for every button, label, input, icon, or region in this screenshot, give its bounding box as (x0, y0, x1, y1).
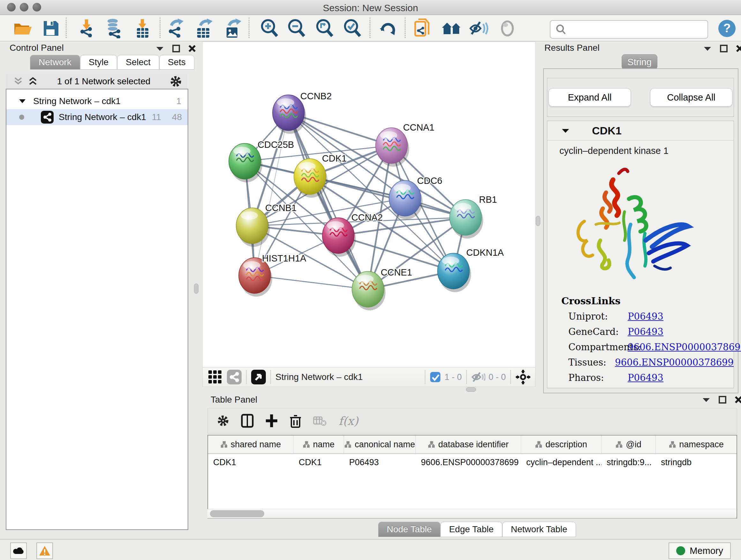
hidden-eye-icon[interactable] (471, 371, 485, 383)
network-node-CDKN1A[interactable] (437, 253, 471, 292)
node-label-CCNA2: CCNA2 (351, 212, 383, 223)
collapse-all-icon[interactable] (13, 77, 23, 86)
column-header-database-identifier[interactable]: database identifier (416, 435, 521, 453)
cloud-button[interactable] (10, 543, 27, 559)
share-session-icon[interactable] (413, 18, 433, 39)
tab-network-table[interactable]: Network Table (502, 522, 576, 537)
column-header-namespace[interactable]: namespace (656, 435, 737, 453)
tab-network[interactable]: Network (30, 55, 80, 70)
crosslink-link[interactable]: 9606.ENSP00000378699 (615, 357, 734, 368)
node-label-CDK1: CDK1 (322, 153, 347, 164)
table-tabs: Node Table Edge Table Network Table (378, 522, 576, 537)
table-horizontal-scrollbar[interactable] (207, 509, 736, 518)
left-divider-handle[interactable] (194, 284, 199, 294)
hidden-counts: 0 - 0 (488, 372, 506, 382)
table-cell[interactable]: cyclin–dependent ... (521, 457, 602, 468)
hide-selected-icon[interactable] (468, 18, 489, 39)
network-view-toolbar: String Network – cdk1 1 - 0 0 - 0 (202, 367, 536, 387)
table-cell[interactable]: stringdb:9... (602, 457, 656, 468)
open-session-icon[interactable] (12, 18, 32, 39)
network-canvas[interactable]: CCNB2CCNA1CDC25BCDK1CDC6RB1CCNB1CCNA2CDK… (202, 42, 536, 368)
tab-select[interactable]: Select (117, 55, 159, 70)
column-header-canonical-name[interactable]: canonical name (344, 435, 416, 453)
tab-sets[interactable]: Sets (159, 55, 194, 70)
network-collection-row[interactable]: String Network – cdk1 1 (6, 93, 188, 109)
close-panel-icon[interactable] (188, 45, 196, 52)
import-table-icon[interactable] (133, 18, 153, 39)
table-cell[interactable]: stringdb (656, 457, 737, 468)
table-row[interactable]: CDK1CDK1P064939606.ENSP00000378699cyclin… (208, 454, 737, 471)
column-header-name[interactable]: name (293, 435, 344, 453)
refresh-icon[interactable] (378, 18, 398, 39)
close-panel-icon[interactable] (736, 45, 741, 52)
gear-icon[interactable] (170, 75, 182, 87)
column-header-shared-name[interactable]: shared name (208, 435, 293, 453)
collection-expand-icon[interactable] (18, 98, 26, 104)
node-title: CDK1 (592, 125, 622, 137)
crosslink-link[interactable]: P06493 (628, 311, 664, 322)
right-divider-handle[interactable] (536, 216, 540, 226)
network-node-RB1[interactable] (450, 199, 483, 239)
column-header-description[interactable]: description (521, 435, 602, 453)
grid-view-icon[interactable] (208, 370, 222, 384)
float-panel-icon[interactable] (720, 45, 728, 52)
export-table-icon[interactable] (194, 18, 214, 39)
column-selector-icon[interactable] (241, 414, 254, 428)
save-session-icon[interactable] (41, 18, 61, 39)
show-all-icon[interactable] (497, 18, 518, 39)
panel-menu-icon[interactable] (703, 46, 712, 51)
column-header-@id[interactable]: @id (602, 435, 656, 453)
network-node-CCNA1[interactable] (376, 128, 409, 167)
node-table: shared namenamecanonical namedatabase id… (207, 435, 737, 518)
share-view-icon[interactable] (227, 370, 242, 384)
table-cell[interactable]: P06493 (344, 457, 416, 468)
tab-node-table[interactable]: Node Table (378, 522, 441, 537)
search-input[interactable] (569, 24, 708, 35)
crosslink-label: Compartments: (568, 341, 628, 353)
delete-column-icon[interactable] (289, 414, 301, 428)
table-gear-icon[interactable] (217, 415, 229, 427)
detach-view-icon[interactable] (251, 370, 266, 384)
import-database-icon[interactable] (104, 18, 124, 39)
tab-style[interactable]: Style (80, 55, 117, 70)
expand-all-button[interactable]: Expand All (549, 88, 631, 107)
network-node-CDK1[interactable] (294, 159, 327, 198)
crosslink-link[interactable]: 9606.ENSP00000378699 (628, 341, 741, 353)
float-panel-icon[interactable] (172, 45, 180, 52)
network-node-CCNA2[interactable] (322, 218, 356, 257)
tab-edge-table[interactable]: Edge Table (441, 522, 502, 537)
import-network-icon[interactable] (77, 18, 97, 39)
float-panel-icon[interactable] (719, 396, 726, 403)
table-cell[interactable]: CDK1 (293, 457, 344, 468)
memory-button[interactable]: Memory (669, 543, 731, 559)
function-builder-icon: f(x) (339, 415, 358, 428)
panel-menu-icon[interactable] (702, 397, 711, 402)
zoom-fit-icon[interactable] (315, 18, 335, 39)
export-image-icon[interactable] (223, 18, 243, 39)
bottom-divider-handle[interactable] (466, 387, 476, 392)
table-cell[interactable]: 9606.ENSP00000378699 (416, 457, 521, 468)
status-bar: Memory (0, 539, 741, 560)
crosslink-link[interactable]: P06493 (628, 326, 664, 337)
zoom-selected-icon[interactable] (342, 18, 363, 39)
help-icon[interactable]: ? (717, 18, 737, 39)
collapse-node-icon[interactable] (561, 128, 569, 133)
selected-checkbox-icon[interactable] (430, 372, 441, 382)
tab-string[interactable]: String (622, 54, 657, 70)
panel-menu-icon[interactable] (156, 46, 164, 51)
home-icon[interactable] (441, 18, 462, 39)
zoom-out-icon[interactable] (286, 18, 307, 39)
birds-eye-icon[interactable] (515, 369, 531, 385)
network-node-HIST1H1A[interactable] (239, 258, 272, 297)
export-network-icon[interactable] (165, 18, 186, 39)
table-cell[interactable]: CDK1 (208, 457, 293, 468)
warnings-button[interactable] (37, 543, 53, 559)
expand-all-icon[interactable] (28, 77, 38, 86)
collapse-all-button[interactable]: Collapse All (650, 88, 732, 107)
network-row-selected[interactable]: String Network – cdk1 11 48 (6, 109, 188, 125)
close-panel-icon[interactable] (735, 396, 741, 403)
crosslink-link[interactable]: P06493 (628, 372, 664, 383)
zoom-in-icon[interactable] (259, 18, 280, 39)
add-column-icon[interactable] (265, 414, 278, 428)
node-label-CDKN1A: CDKN1A (466, 247, 504, 258)
